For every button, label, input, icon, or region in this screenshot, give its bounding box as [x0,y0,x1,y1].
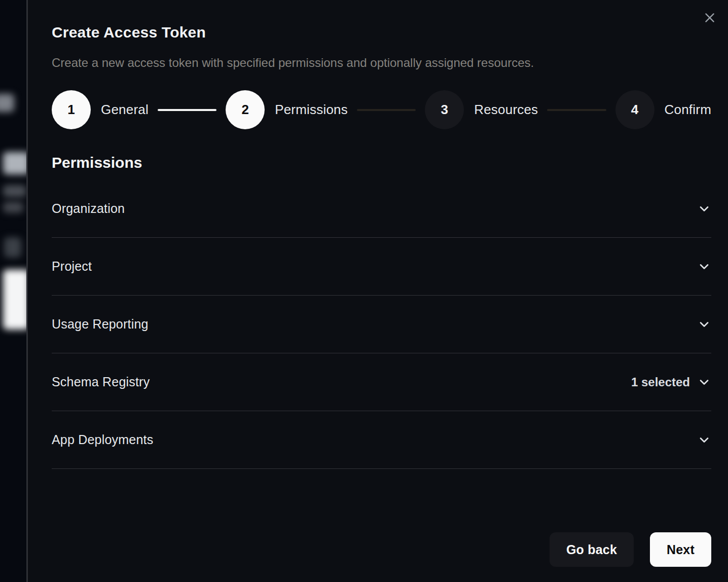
accordion-row-label: Project [52,259,92,274]
accordion-row-label: Usage Reporting [52,317,149,332]
page-backdrop [0,0,28,582]
step-label: Resources [474,102,538,118]
step-permissions[interactable]: 2 Permissions [226,90,348,129]
chevron-down-icon [697,433,711,447]
accordion-row-label: Organization [52,201,125,216]
close-button[interactable] [701,9,719,27]
chevron-down-icon [697,202,711,216]
accordion-row-project[interactable]: Project [52,238,711,296]
close-icon [703,11,716,26]
modal-title: Create Access Token [52,23,711,42]
modal-footer: Go back Next [550,532,711,567]
blurred-nav-item [0,94,14,112]
step-number: 3 [425,90,464,129]
permissions-heading: Permissions [52,154,711,172]
blurred-text-line [3,185,26,197]
permissions-accordion: Organization Project Usage Reporting [52,180,711,469]
step-label: General [101,102,149,118]
step-resources[interactable]: 3 Resources [425,90,538,129]
blurred-card [3,270,28,330]
chevron-down-icon [697,375,711,389]
accordion-row-schema-registry[interactable]: Schema Registry 1 selected [52,353,711,411]
step-general[interactable]: 1 General [52,90,149,129]
accordion-row-app-deployments[interactable]: App Deployments [52,411,711,469]
step-label: Confirm [665,102,711,118]
step-number: 1 [52,90,91,129]
step-number: 4 [615,90,654,129]
go-back-button[interactable]: Go back [550,532,634,567]
accordion-row-label: Schema Registry [52,375,150,389]
next-button[interactable]: Next [650,532,711,567]
chevron-down-icon [697,317,711,332]
blurred-heading [3,152,28,174]
step-connector-done [158,109,216,111]
modal-subtitle: Create a new access token with specified… [52,56,711,70]
create-access-token-modal: Create Access Token Create a new access … [28,0,728,582]
step-connector-pending [547,109,606,111]
step-label: Permissions [275,102,348,118]
blurred-chip [4,237,21,258]
step-connector-pending [357,109,416,111]
wizard-stepper: 1 General 2 Permissions 3 Resources 4 Co… [52,90,711,129]
chevron-down-icon [697,260,711,274]
accordion-row-organization[interactable]: Organization [52,180,711,238]
blurred-text-line [3,202,23,213]
step-number: 2 [226,90,265,129]
accordion-row-label: App Deployments [52,432,153,447]
step-confirm[interactable]: 4 Confirm [615,90,711,129]
selected-count: 1 selected [631,375,690,389]
accordion-row-usage-reporting[interactable]: Usage Reporting [52,296,711,353]
